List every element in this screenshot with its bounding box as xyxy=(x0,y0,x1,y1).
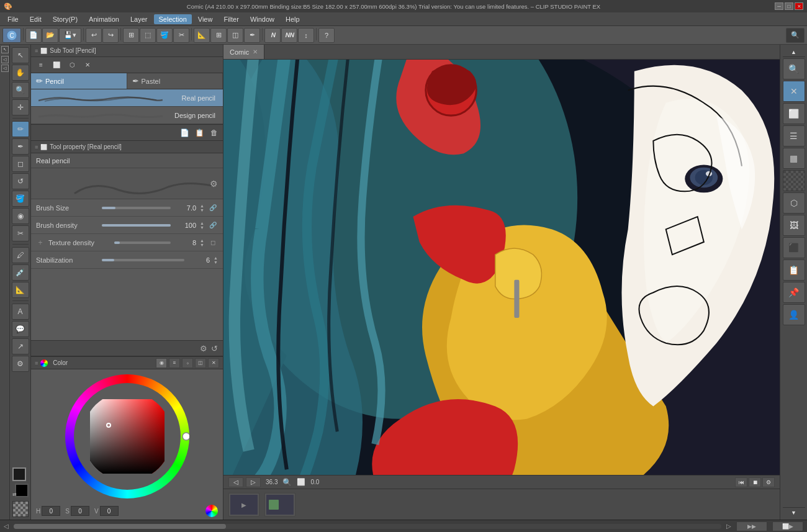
background-color-swatch[interactable] xyxy=(15,484,29,497)
hue-input[interactable] xyxy=(42,506,60,516)
right-btn-grid[interactable]: ▦ xyxy=(783,148,805,169)
val-input[interactable] xyxy=(100,506,119,516)
undo-button[interactable]: ↩ xyxy=(86,28,102,43)
color-sv-cursor[interactable] xyxy=(106,423,111,428)
bottom-scroll-left[interactable]: ◁ xyxy=(4,523,9,530)
sec-btn-2[interactable]: ⬜ xyxy=(49,58,64,72)
brush-tab-pencil[interactable]: ✏ Pencil xyxy=(31,73,127,89)
tool-undo-stroke[interactable]: ↺ xyxy=(12,173,29,189)
right-btn-close[interactable]: ✕ xyxy=(783,81,805,102)
canvas-tab-comic[interactable]: Comic ✕ xyxy=(223,45,264,59)
bottom-btn-play[interactable]: ⬜▶ xyxy=(772,521,803,531)
color-selector[interactable]: ⇄ xyxy=(10,466,31,497)
timeline-thumb-2[interactable] xyxy=(264,493,295,516)
close-button[interactable]: ✕ xyxy=(795,2,803,10)
brush-item-design-pencil[interactable]: Design pencil xyxy=(31,107,223,124)
help-button[interactable]: ? xyxy=(318,28,335,43)
minimize-button[interactable]: ─ xyxy=(775,2,783,10)
scroll-right-btn[interactable]: ▷ xyxy=(246,477,261,487)
tool-move[interactable]: ✛ xyxy=(12,99,29,115)
tool-prop-reset-icon[interactable]: ↺ xyxy=(211,344,218,353)
restore-button[interactable]: □ xyxy=(785,2,793,10)
tool-smudge[interactable]: 🖊 xyxy=(12,247,29,263)
right-btn-layers[interactable]: ☰ xyxy=(783,125,805,147)
brush-density-link-icon[interactable]: 🔗 xyxy=(208,220,218,230)
sec-btn-3[interactable]: ⬡ xyxy=(65,58,79,72)
tool-select-region[interactable]: ✂ xyxy=(12,225,29,241)
snap-button[interactable]: ◫ xyxy=(227,28,243,43)
brush-density-slider[interactable] xyxy=(102,224,171,227)
zoom-decrease-btn[interactable]: 🔍 xyxy=(282,478,292,487)
tool-frame-border[interactable]: ↗ xyxy=(12,338,29,354)
color-hue-cursor[interactable] xyxy=(183,433,189,440)
right-btn-transform[interactable]: ⬡ xyxy=(783,192,805,214)
right-btn-image[interactable]: 🖼 xyxy=(783,215,805,236)
brush-size-slider-wrap[interactable] xyxy=(102,207,171,209)
color-tab-history[interactable]: ◫ xyxy=(195,358,206,368)
canvas-viewport[interactable]: www.sieuthuthuat.com xyxy=(223,60,780,475)
menu-animation[interactable]: Animation xyxy=(84,14,124,24)
subtool-collapse-icon[interactable]: ≡ xyxy=(35,48,38,54)
color-swap-icon[interactable]: ⇄ xyxy=(12,492,17,497)
tool-balloon[interactable]: 💬 xyxy=(12,321,29,337)
pen-pressure-3[interactable]: ↕ xyxy=(298,28,314,43)
new-button[interactable]: 📄 xyxy=(25,28,42,43)
add-brush-button[interactable]: 📄 xyxy=(178,127,191,139)
color-wheel-container[interactable] xyxy=(65,374,189,498)
open-button[interactable]: 📂 xyxy=(42,28,58,43)
scroll-left-btn[interactable]: ◁ xyxy=(228,477,243,487)
brush-item-real-pencil[interactable]: Real pencil xyxy=(31,89,223,107)
texture-density-slider[interactable] xyxy=(114,241,171,244)
right-panel-scroll-up[interactable]: ▲ xyxy=(783,47,805,57)
delete-brush-button[interactable]: 🗑 xyxy=(208,127,220,139)
tool-ruler[interactable]: 📐 xyxy=(12,282,29,298)
tool-fill[interactable]: 🪣 xyxy=(12,191,29,207)
right-btn-clipboard[interactable]: 📋 xyxy=(783,259,805,281)
right-btn-pin[interactable]: 📌 xyxy=(783,282,805,303)
select-button[interactable]: ⬚ xyxy=(140,28,156,43)
text-button[interactable]: ✂ xyxy=(173,28,189,43)
brush-density-spinner[interactable]: ▲▼ xyxy=(200,221,204,230)
color-collapse-icon[interactable]: ≡ xyxy=(35,360,38,366)
ruler-button[interactable]: 📐 xyxy=(194,28,210,43)
menu-selection[interactable]: Selection xyxy=(154,14,192,24)
tool-settings[interactable]: ⚙ xyxy=(12,356,29,372)
tool-zoom[interactable]: 🔍 xyxy=(12,82,29,98)
tool-brush[interactable]: ✒ xyxy=(12,138,29,155)
color-picker-icon[interactable] xyxy=(205,505,218,517)
right-btn-fill2[interactable]: ⬛ xyxy=(783,237,805,258)
right-panel-scroll-down[interactable]: ▼ xyxy=(783,507,805,517)
right-btn-person[interactable]: 👤 xyxy=(783,304,805,325)
brush-size-link-icon[interactable]: 🔗 xyxy=(208,203,218,213)
settings-rotate-btn[interactable]: ⚙ xyxy=(762,477,775,487)
bottom-btn-frames[interactable]: ▶▶ xyxy=(736,521,767,531)
canvas-tab-close-btn[interactable]: ✕ xyxy=(253,48,258,55)
menu-view[interactable]: View xyxy=(193,14,218,24)
timeline-thumb-1[interactable]: ▶ xyxy=(228,493,259,516)
color-tab-sliders[interactable]: ≡ xyxy=(169,358,180,368)
tool-pen[interactable]: ✏ xyxy=(12,121,29,137)
save-dropdown[interactable]: 💾▾ xyxy=(59,28,81,43)
grid-button[interactable]: ⊞ xyxy=(210,28,227,43)
right-btn-color2[interactable] xyxy=(783,170,805,191)
tool-selection[interactable]: ↖ xyxy=(12,47,29,63)
sec-btn-4[interactable]: ✕ xyxy=(80,58,95,72)
tool-eraser[interactable]: ◻ xyxy=(12,156,29,172)
color-tab-wheel[interactable]: ◉ xyxy=(156,358,167,368)
color-wheel-svg[interactable] xyxy=(65,374,189,498)
transform-button[interactable]: ⊞ xyxy=(123,28,139,43)
pen-pressure-2[interactable]: 𝙉𝙉 xyxy=(281,28,297,43)
menu-edit[interactable]: Edit xyxy=(25,14,47,24)
sec-btn-1[interactable]: ≡ xyxy=(34,58,48,72)
brush-density-slider-wrap[interactable] xyxy=(102,224,171,227)
tprop-collapse-icon[interactable]: ≡ xyxy=(35,144,38,150)
menu-story[interactable]: Story(P) xyxy=(48,14,83,24)
brush-size-slider[interactable] xyxy=(102,207,171,209)
foreground-color-swatch[interactable] xyxy=(12,467,26,481)
stop-btn[interactable]: ⏹ xyxy=(749,477,761,487)
menu-filter[interactable]: Filter xyxy=(219,14,243,24)
duplicate-brush-button[interactable]: 📋 xyxy=(193,127,205,139)
bottom-scrollbar[interactable] xyxy=(14,524,721,529)
stabilization-slider[interactable] xyxy=(102,259,184,261)
clip-studio-button[interactable]: C xyxy=(2,28,21,43)
